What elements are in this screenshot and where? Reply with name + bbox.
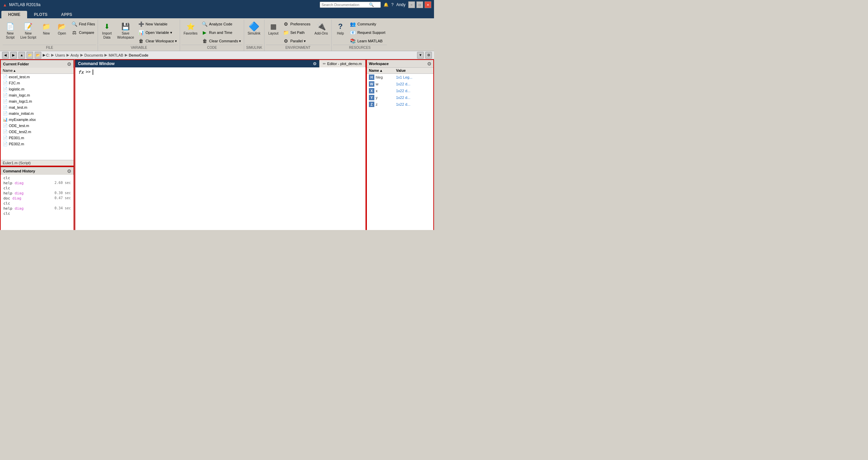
prompt-arrow: >> — [86, 69, 91, 74]
open-variable-button[interactable]: 📊 Open Variable ▾ — [137, 29, 178, 36]
user-label: Andy — [396, 2, 406, 7]
notification-icon[interactable]: 🔔 — [383, 2, 389, 7]
simulink-group-label: SIMULINK — [245, 45, 263, 50]
address-settings-btn[interactable]: ⚙ — [425, 52, 432, 59]
folder-item-matrix-initial[interactable]: 📄 matrix_initial.m — [1, 110, 74, 117]
help-button[interactable]: ? Help — [333, 20, 348, 37]
command-window-expand[interactable]: ⊙ — [313, 61, 316, 66]
help-icon[interactable]: ? — [391, 2, 394, 7]
history-expand[interactable]: ⊙ — [67, 168, 71, 174]
path-matlab[interactable]: MATLAB — [108, 53, 123, 57]
new-button[interactable]: 📁 New — [39, 20, 54, 37]
path-users[interactable]: Users — [55, 53, 65, 57]
layout-icon: ▦ — [269, 22, 278, 31]
workspace-item-y[interactable]: Y y 1x22 d... — [367, 94, 433, 101]
tab-home[interactable]: HOME — [1, 11, 27, 18]
path-separator: ▶ — [43, 53, 45, 57]
var-value-x: 1x22 d... — [396, 89, 410, 93]
var-value-w: 1x22 d... — [396, 82, 410, 86]
main-layout: Current Folder ⊙ Name ▴ 📄 excel_test.m 📄… — [0, 59, 434, 230]
import-data-button[interactable]: ⬇ ImportData — [99, 20, 114, 41]
ribbon-tabs: HOME PLOTS APPS — [0, 9, 434, 18]
folder-item-f2c[interactable]: 📄 F2C.m — [1, 80, 74, 86]
workspace-name-col: Name ▴ — [369, 68, 396, 73]
search-box[interactable]: 🔍 — [320, 2, 381, 8]
workspace-list[interactable]: H hleg 1x1 Leg... W w 1x22 d... X x 1x22… — [367, 74, 433, 230]
workspace-expand[interactable]: ⊙ — [427, 61, 431, 66]
simulink-button[interactable]: 🔷 Simulink — [245, 20, 262, 37]
left-panel: Current Folder ⊙ Name ▴ 📄 excel_test.m 📄… — [0, 59, 75, 230]
workspace-item-w[interactable]: W w 1x22 d... — [367, 81, 433, 87]
forward-btn[interactable]: ▶ — [10, 52, 17, 59]
clear-workspace-button[interactable]: 🗑 Clear Workspace ▾ — [137, 37, 178, 45]
path-andy[interactable]: Andy — [71, 53, 79, 57]
history-title: Command History — [3, 169, 35, 173]
folder-item-excel-test[interactable]: 📄 excel_test.m — [1, 74, 74, 80]
folder-item-pe001[interactable]: 📄 PE001.m — [1, 135, 74, 141]
workspace-item-z[interactable]: Z z 1x22 d... — [367, 101, 433, 108]
folder-icon-btn: 📂 — [35, 52, 41, 59]
new-script-button[interactable]: 📄 NewScript — [3, 20, 18, 41]
preferences-button[interactable]: ⚙ Preferences — [281, 20, 312, 28]
tab-apps[interactable]: APPS — [54, 11, 79, 18]
parallel-icon: ⚙ — [283, 38, 289, 44]
workspace-item-hleg[interactable]: H hleg 1x1 Leg... — [367, 74, 433, 81]
folder-item-logistic[interactable]: 📄 logistic.m — [1, 86, 74, 92]
file-name: main_logc1.m — [9, 99, 32, 103]
minimize-btn[interactable]: − — [408, 1, 415, 8]
compare-button[interactable]: ⚖ Compare — [70, 29, 97, 36]
folder-col-header: Name ▴ — [1, 68, 74, 74]
folder-item-ode-test[interactable]: 📄 ODE_test.m — [1, 123, 74, 129]
ribbon-file-items: 📄 NewScript 📝 NewLive Script 📁 New 📂 Ope… — [3, 20, 96, 45]
history-list[interactable]: clc help diag 2.60 sec clc help diag 0.3… — [1, 175, 74, 230]
browse-btn[interactable]: 📁 — [26, 52, 33, 59]
editor-tab[interactable]: ✏ Editor - plot_demo.m — [319, 60, 366, 67]
run-and-time-button[interactable]: ▶ Run and Time — [200, 29, 243, 36]
code-group-label: CODE — [181, 45, 242, 50]
search-input[interactable] — [321, 3, 369, 7]
save-workspace-button[interactable]: 💾 SaveWorkspace — [115, 20, 136, 41]
folder-item-main-logc1[interactable]: 📄 main_logc1.m — [1, 98, 74, 104]
folder-item-mat-test[interactable]: 📄 mat_test.m — [1, 104, 74, 110]
folder-item-main-logc[interactable]: 📄 main_logc.m — [1, 92, 74, 98]
addons-button[interactable]: 🔌 Add-Ons — [313, 20, 330, 37]
window-controls[interactable]: − □ ✕ — [408, 1, 431, 8]
path-documents[interactable]: Documents — [84, 53, 103, 57]
tab-plots[interactable]: PLOTS — [27, 11, 54, 18]
folder-name-col: Name ▴ — [3, 68, 16, 73]
back-btn[interactable]: ◀ — [2, 52, 9, 59]
addons-icon: 🔌 — [316, 22, 326, 31]
clear-commands-button[interactable]: 🗑 Clear Commands ▾ — [200, 37, 243, 45]
favorites-button[interactable]: ⭐ Favorites — [181, 20, 199, 37]
up-btn[interactable]: ▲ — [18, 52, 25, 59]
folder-item-pe002[interactable]: 📄 PE002.m — [1, 141, 74, 147]
open-button[interactable]: 📂 Open — [55, 20, 70, 37]
find-files-button[interactable]: 🔍 Find Files — [70, 20, 97, 28]
request-support-button[interactable]: 📧 Request Support — [349, 29, 387, 36]
var-name-hleg: hleg — [376, 75, 396, 79]
current-folder-expand[interactable]: ⊙ — [67, 61, 71, 67]
folder-item-ode-test2[interactable]: 📄 ODE_test2.m — [1, 129, 74, 135]
command-window-body[interactable]: fx >> — [75, 67, 366, 230]
set-path-button[interactable]: 📁 Set Path — [281, 29, 312, 36]
path-c[interactable]: C: — [46, 53, 50, 57]
file-name: main_logc.m — [9, 93, 30, 97]
folder-list[interactable]: 📄 excel_test.m 📄 F2C.m 📄 logistic.m 📄 ma… — [1, 74, 74, 160]
new-live-script-button[interactable]: 📝 NewLive Script — [18, 20, 38, 41]
path-democode[interactable]: DemoCode — [129, 53, 149, 57]
community-button[interactable]: 👥 Community — [349, 20, 387, 28]
close-btn[interactable]: ✕ — [425, 1, 431, 8]
script-file-icon: 📄 — [3, 111, 7, 116]
file-group-label: FILE — [3, 45, 96, 50]
maximize-btn[interactable]: □ — [416, 1, 423, 8]
parallel-button[interactable]: ⚙ Parallel ▾ — [281, 37, 312, 45]
folder-item-myexample[interactable]: 📊 myExample.xlsx — [1, 117, 74, 123]
request-support-icon: 📧 — [350, 29, 356, 36]
analyze-code-button[interactable]: 🔍 Analyze Code — [200, 20, 243, 28]
workspace-item-x[interactable]: X x 1x22 d... — [367, 87, 433, 94]
learn-matlab-button[interactable]: 📚 Learn MATLAB — [349, 37, 387, 45]
layout-button[interactable]: ▦ Layout — [266, 20, 281, 37]
address-expand-btn[interactable]: ▼ — [417, 52, 424, 59]
new-variable-button[interactable]: ➕ New Variable — [137, 20, 178, 28]
save-icon: 💾 — [121, 22, 130, 31]
